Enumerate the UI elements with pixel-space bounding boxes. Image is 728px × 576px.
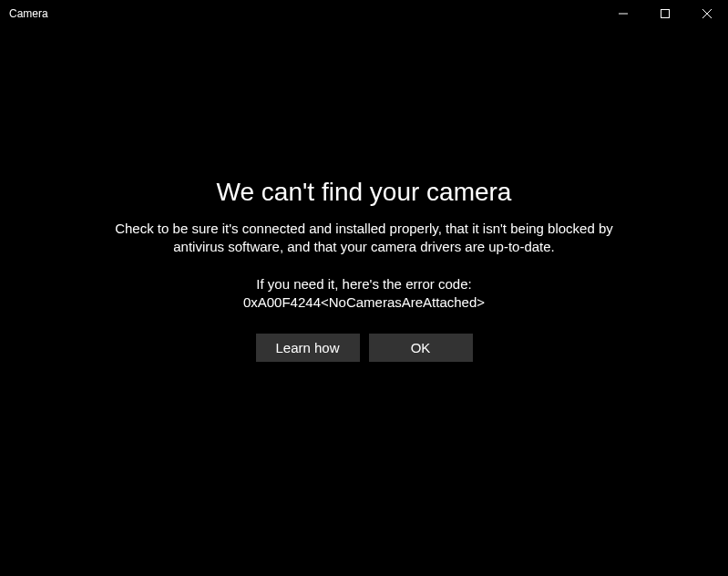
ok-button[interactable]: OK: [369, 334, 473, 362]
learn-how-button[interactable]: Learn how: [256, 334, 360, 362]
error-code-intro: If you need it, here's the error code:: [256, 275, 471, 293]
error-heading: We can't find your camera: [217, 178, 512, 207]
button-row: Learn how OK: [256, 334, 473, 362]
error-description: Check to be sure it's connected and inst…: [109, 220, 620, 257]
error-content: We can't find your camera Check to be su…: [0, 0, 728, 576]
error-code: 0xA00F4244<NoCamerasAreAttached>: [243, 293, 485, 312]
